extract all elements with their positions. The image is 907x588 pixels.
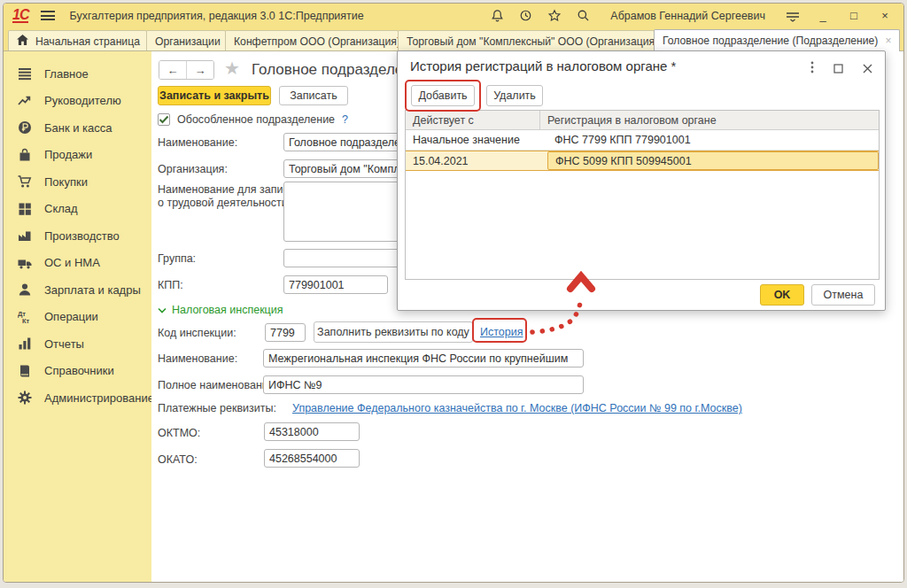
add-button[interactable]: Добавить [411,85,475,106]
home-icon [17,35,28,48]
dialog-more-icon[interactable] [810,61,814,77]
titlebar: 1С Бухгалтерия предприятия, редакция 3.0… [4,4,903,27]
trend-icon [18,94,32,108]
sidebar-label: Отчеты [44,337,84,351]
inspection-name-input[interactable] [263,349,584,368]
notifications-bell-icon[interactable] [491,9,504,22]
sidebar-item-os-i-nma[interactable]: ОС и НМА [4,250,151,277]
column-header-date[interactable]: Действует с [406,111,540,129]
separate-unit-checkbox[interactable] [158,113,170,126]
search-icon[interactable] [577,9,590,22]
sidebar-label: Склад [44,202,78,215]
payment-details-label: Платежные реквизиты: [158,402,276,414]
sidebar-label: Зарплата и кадры [44,283,141,297]
dialog-maximize-icon[interactable] [833,61,843,77]
oktmo-input[interactable] [264,422,360,441]
dialog-title: История регистраций в налоговом органе * [410,58,676,74]
barchart-icon [18,337,32,351]
cancel-button[interactable]: Отмена [811,284,875,306]
cell-registration[interactable]: ФНС 7799 КПП 779901001 [547,130,879,150]
sidebar-label: Руководителю [44,94,121,107]
sidebar: Главное Руководителю Банк и касса Продаж… [4,51,151,582]
save-and-close-button[interactable]: Записать и закрыть [158,86,271,105]
tab-organizations[interactable]: Организации × [146,30,226,51]
app-title: Бухгалтерия предприятия, редакция 3.0 1С… [69,10,363,22]
section-title: Налоговая инспекция [172,304,283,316]
back-button[interactable]: ← [159,61,187,79]
ruble-icon [18,120,32,135]
cell-date[interactable]: 15.04.2021 [406,155,547,167]
inspection-code-input[interactable] [265,323,306,342]
service-menu-icon[interactable] [786,10,800,22]
inspection-code-label: Код инспекции: [158,327,236,339]
sidebar-item-prodazhi[interactable]: Продажи [4,142,151,169]
cell-date[interactable]: Начальное значение [406,134,547,146]
sidebar-label: Продажи [44,148,92,161]
sidebar-label: Операции [44,310,98,323]
table-header: Действует с Регистрация в налоговом орга… [406,111,879,130]
person-icon [18,282,32,297]
cart-icon [18,174,32,189]
sidebar-item-proizvodstvo[interactable]: Производство [4,222,151,250]
sidebar-item-pokupki[interactable]: Покупки [4,168,151,196]
tab-label: Головное подразделение (Подразделение) [663,35,878,47]
dialog-close-icon[interactable] [863,61,872,77]
sidebar-item-spravochniki[interactable]: Справочники [4,358,151,385]
oktmo-label: ОКТМО: [158,427,200,439]
history-link[interactable]: История [480,326,523,338]
delete-button[interactable]: Удалить [486,85,543,106]
tab-konfetprom[interactable]: Конфетпром ООО (Организация) × [225,30,399,51]
save-button[interactable]: Записать [279,86,348,105]
help-link[interactable]: ? [342,113,348,126]
table-row[interactable]: Начальное значение ФНС 7799 КПП 77990100… [406,130,879,151]
kpp-input[interactable] [283,275,388,294]
window-maximize-icon[interactable]: □ [846,9,862,22]
separate-unit-label: Обособленное подразделение [177,113,335,126]
tab-home[interactable]: Начальная страница [8,30,147,51]
sidebar-item-operacii[interactable]: ДтКт Операции [4,304,151,331]
tab-close-icon[interactable]: × [885,35,891,47]
nav-history-group: ← → [159,60,214,80]
svg-text:Кт: Кт [22,317,30,324]
sidebar-item-sklad[interactable]: Склад [4,196,151,223]
menu-icon [18,66,32,81]
window-close-icon[interactable]: × [877,9,893,22]
tab-golovnoe-podrazdelenie[interactable]: Головное подразделение (Подразделение) × [654,29,900,51]
book-icon [18,364,32,378]
registration-history-dialog: История регистраций в налоговом органе *… [397,50,886,311]
sidebar-label: Банк и касса [44,121,112,135]
organization-label: Организация: [158,163,228,175]
tab-torgovy-dom[interactable]: Торговый дом "Комплексный" ООО (Организа… [398,30,655,51]
okato-input[interactable] [264,449,360,468]
cell-registration-selected[interactable]: ФНС 5099 КПП 509945001 [547,151,879,170]
sidebar-item-rukovoditelyu[interactable]: Руководителю [4,88,151,115]
table-row-selected[interactable]: 15.04.2021 ФНС 5099 КПП 509945001 [406,151,879,171]
favorite-star-icon[interactable]: ★ [224,58,240,79]
sidebar-item-otchety[interactable]: Отчеты [4,330,151,358]
payment-details-link[interactable]: Управление Федерального казначейства по … [292,402,742,414]
sidebar-item-glavnoe[interactable]: Главное [4,60,151,88]
labor-name-label-line2: о трудовой деятельности: [158,197,291,209]
sidebar-item-administrirovanie[interactable]: Администрирование [4,384,151,412]
full-name-input[interactable] [263,375,584,394]
ok-button[interactable]: OK [760,284,804,306]
chevron-down-icon [158,307,167,313]
window-minimize-icon[interactable]: _ [815,9,831,22]
tab-bar: Начальная страница Организации × Конфетп… [4,27,903,51]
history-icon[interactable] [519,9,532,22]
name-label: Наименование: [158,136,237,149]
separate-unit-row: Обособленное подразделение ? [158,113,348,126]
sidebar-label: Производство [44,229,120,243]
favorites-star-icon[interactable] [547,9,562,22]
sidebar-item-bank-i-kassa[interactable]: Банк и касса [4,114,151,142]
sidebar-item-zarplata-i-kadry[interactable]: Зарплата и кадры [4,276,151,304]
main-menu-icon[interactable] [41,11,55,20]
column-header-registration[interactable]: Регистрация в налоговом органе [540,111,879,129]
fill-by-code-button[interactable]: Заполнить реквизиты по коду [314,321,473,343]
bag-icon [18,148,32,162]
tax-inspection-section-toggle[interactable]: Налоговая инспекция [158,304,283,316]
inspection-name-label: Наименование: [158,352,237,365]
app-window: 1С Бухгалтерия предприятия, редакция 3.0… [3,3,904,583]
user-name[interactable]: Абрамов Геннадий Сергеевич [610,10,765,22]
forward-button[interactable]: → [187,61,213,79]
